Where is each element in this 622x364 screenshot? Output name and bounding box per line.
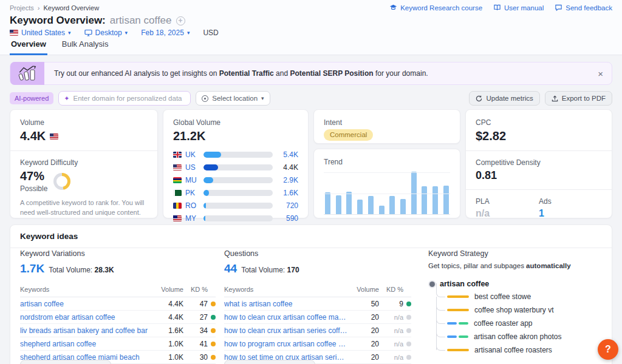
location-select[interactable]: Select location ▾ [196,91,270,106]
view-all-variations-button[interactable] [20,360,111,364]
country-link[interactable]: MY [185,214,200,223]
global-volume-row: UK5.4K [173,148,298,161]
view-all-questions-button[interactable] [224,360,315,364]
keyword-link[interactable]: shepherd artisan coffee [20,340,157,348]
strategy-child-node[interactable]: coffee shop waterbury vt [447,303,604,317]
keyword-link[interactable]: liv breads artisan bakery and coffee bar [20,326,157,335]
update-metrics-label: Update metrics [486,95,533,102]
trend-bar [411,172,417,214]
table-row: how to clean crux artisan coffee maker20… [224,311,411,324]
keyword-kd: n/a [379,314,403,321]
volume-bar [203,203,273,209]
breadcrumb: Projects › Keyword Overview [10,4,99,12]
kd-dot-icon [406,328,411,333]
feedback-link-label: Send feedback [566,4,612,12]
keyword-link[interactable]: artisan coffee [20,300,157,308]
volume-bar [203,152,273,158]
keyword-research-course-link[interactable]: Keyword Research course [389,4,482,12]
keyword-difficulty-level: Possible [20,184,47,193]
strategy-subtitle: Get topics, pillar and subpages automati… [428,262,604,269]
tab-overview[interactable]: Overview [10,36,47,55]
keyword-kd: n/a [379,354,403,361]
strategy-child-node[interactable]: artisan coffee akron photos [447,330,604,343]
pla-label: PLA [476,197,539,206]
kd-dot-icon [406,355,411,360]
uk-flag-icon [173,152,182,158]
questions-count-link[interactable]: 44 [224,262,237,275]
ads-value-link[interactable]: 1 [539,208,544,218]
chevron-down-icon: ▾ [125,30,128,36]
date-selector[interactable]: Feb 18, 2025 ▾ [141,29,190,37]
add-keyword-icon[interactable]: + [176,16,185,25]
volume-bar [203,177,273,183]
country-volume: 720 [276,201,298,210]
export-pdf-button[interactable]: Export to PDF [545,91,612,106]
trend-label: Trend [324,158,450,166]
global-volume-row: RO720 [173,199,298,212]
keyword-kd: 9 [379,300,403,308]
keyword-link[interactable]: nordstrom ebar artisan coffee [20,313,157,322]
global-volume-total: 21.2K [173,129,298,143]
chevron-down-icon: ▾ [187,30,190,36]
update-metrics-button[interactable]: Update metrics [469,91,539,106]
banner-message: Try out our enhanced AI analysis to get … [54,69,428,78]
help-button[interactable]: ? [598,339,618,360]
pla-value: n/a [476,208,539,219]
keyword-link[interactable]: how to program crux artisan coffee maker [224,340,352,348]
ads-label: Ads [539,197,602,206]
global-volume-row: US4.4K [173,161,298,174]
country-link[interactable]: UK [185,150,200,159]
radio-icon [429,281,435,287]
keyword-difficulty-value: 47% [20,169,47,183]
volume-bar [203,190,273,196]
keyword-difficulty-label: Keyword Difficulty [20,158,148,167]
keyword-kd: 47 [183,300,208,308]
user-manual-link[interactable]: User manual [493,4,544,12]
kd-dot-icon [211,342,216,346]
us-flag-icon [10,30,18,36]
strategy-child-node[interactable]: coffee roaster app [447,317,604,330]
currency-label: USD [203,29,218,37]
tab-bulk-analysis[interactable]: Bulk Analysis [61,36,110,55]
country-link[interactable]: MU [185,176,200,184]
variations-count-link[interactable]: 1.7K [20,262,44,275]
questions-table-header: Keywords Volume KD % [224,283,411,297]
mu-flag-icon [173,177,182,183]
country-link[interactable]: RO [185,201,200,210]
keyword-link[interactable]: how to clean crux artisan coffee maker [224,313,352,322]
intent-badge[interactable]: Commercial [324,129,373,141]
volume-value: 4.4K [20,129,46,143]
global-volume-row: MY590 [173,212,298,224]
sparkle-icon: ✦ [64,95,69,102]
table-row: liv breads artisan bakery and coffee bar… [20,324,216,337]
keyword-volume: 20 [352,326,379,335]
trend-bar [325,192,330,214]
page-header: Projects › Keyword Overview Keyword Rese… [0,0,622,55]
breadcrumb-projects-link[interactable]: Projects [10,4,34,12]
strategy-child-node[interactable]: best coffee stowe [447,290,604,303]
strategy-chip-icon [447,349,469,351]
domain-input[interactable] [73,95,185,102]
keyword-ideas-title: Keyword ideas [10,225,612,248]
country-link[interactable]: PK [185,189,200,197]
send-feedback-link[interactable]: Send feedback [555,4,612,12]
keyword-volume: 20 [352,340,379,348]
strategy-root-label: artisan coffee [440,280,489,288]
ro-flag-icon [173,203,182,209]
global-volume-row: PK1.6K [173,186,298,199]
keyword-kd: 34 [183,326,208,335]
competitive-density-value: 0.81 [476,169,602,182]
strategy-chip-icon [447,335,468,338]
trend-bar [368,196,374,214]
keyword-link[interactable]: what is artisan coffee [224,300,352,308]
cpc-value: $2.82 [476,129,602,143]
export-icon [552,95,558,102]
strategy-root-node[interactable]: artisan coffee [428,278,604,290]
close-icon[interactable]: × [598,69,603,79]
keyword-link[interactable]: how to clean crux artisan series coffee … [224,326,352,335]
breadcrumb-separator-icon: › [38,4,40,12]
country-volume: 1.6K [276,189,298,197]
volume-bar [203,215,273,221]
country-link[interactable]: US [185,163,200,172]
strategy-child-node[interactable]: artisanal coffee roasters [447,343,604,357]
